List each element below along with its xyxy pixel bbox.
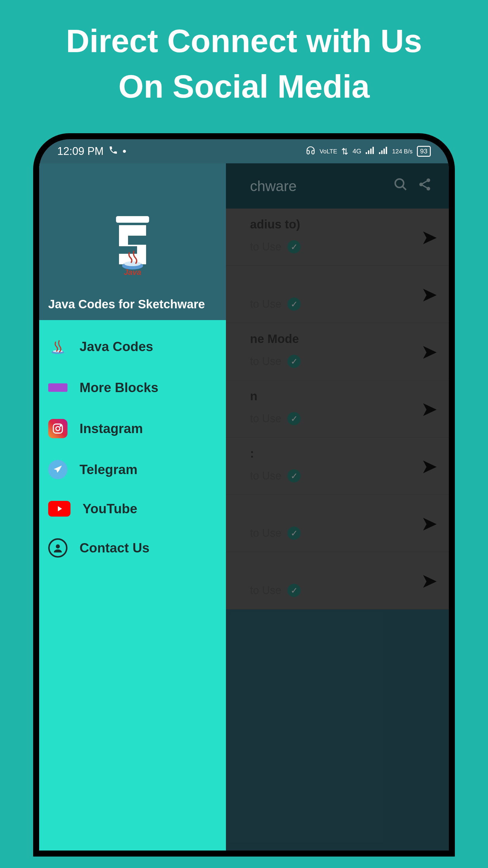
battery-indicator: 93 xyxy=(417,146,431,157)
svg-rect-15 xyxy=(116,216,149,223)
svg-rect-4 xyxy=(379,152,381,154)
svg-text:Java: Java xyxy=(124,268,141,277)
drawer-item-label: YouTube xyxy=(83,501,137,516)
phone-frame: 12:09 PM VoLTE ⇅ 4G 124 B/s xyxy=(33,133,455,857)
net-speed: 124 B/s xyxy=(392,148,413,154)
svg-point-23 xyxy=(60,426,61,427)
phone-screen: 12:09 PM VoLTE ⇅ 4G 124 B/s xyxy=(39,139,449,850)
svg-point-24 xyxy=(56,545,60,549)
promo-heading: Direct Connect with Us On Social Media xyxy=(0,0,488,109)
navigation-drawer: Java Java Codes for Sketchware Java Code… xyxy=(39,163,226,850)
promo-line-2: On Social Media xyxy=(12,64,476,109)
volte-label: VoLTE xyxy=(320,148,337,154)
signal-bars-icon xyxy=(366,146,375,157)
drawer-item-contact-us[interactable]: Contact Us xyxy=(39,527,226,568)
svg-point-17 xyxy=(124,261,141,266)
drawer-item-label: More Blocks xyxy=(79,380,158,395)
svg-rect-5 xyxy=(381,150,383,154)
youtube-icon xyxy=(48,501,70,517)
drawer-item-label: Java Codes xyxy=(79,339,153,354)
contact-icon xyxy=(48,538,67,558)
drawer-item-java-codes[interactable]: Java Codes xyxy=(39,326,226,367)
drawer-header: Java Java Codes for Sketchware xyxy=(39,163,226,320)
svg-rect-0 xyxy=(366,152,367,154)
status-dot xyxy=(123,150,126,153)
drawer-item-youtube[interactable]: YouTube xyxy=(39,490,226,527)
drawer-menu: Java Codes More Blocks Instagram xyxy=(39,320,226,575)
svg-point-20 xyxy=(53,350,63,352)
svg-rect-2 xyxy=(370,149,372,154)
status-bar: 12:09 PM VoLTE ⇅ 4G 124 B/s xyxy=(39,139,449,163)
svg-rect-3 xyxy=(372,147,374,154)
drawer-item-more-blocks[interactable]: More Blocks xyxy=(39,367,226,408)
phone-icon xyxy=(108,145,118,158)
signal-bars-icon-2 xyxy=(379,146,388,157)
promo-line-1: Direct Connect with Us xyxy=(12,18,476,64)
drawer-title: Java Codes for Sketchware xyxy=(48,298,217,311)
signal-4g: 4G xyxy=(352,147,361,155)
svg-point-22 xyxy=(56,427,60,431)
app-logo: Java xyxy=(48,213,217,279)
headphones-icon xyxy=(306,146,315,157)
drawer-item-label: Contact Us xyxy=(79,540,150,555)
instagram-icon xyxy=(48,419,67,438)
data-arrows-icon: ⇅ xyxy=(341,147,348,156)
drawer-item-label: Instagram xyxy=(79,421,143,436)
java-icon xyxy=(48,337,67,356)
svg-rect-6 xyxy=(384,149,385,154)
svg-rect-7 xyxy=(386,147,387,154)
drawer-item-label: Telegram xyxy=(79,462,137,477)
drawer-item-instagram[interactable]: Instagram xyxy=(39,408,226,449)
telegram-icon xyxy=(48,460,67,479)
blocks-icon xyxy=(48,378,67,397)
svg-rect-1 xyxy=(368,150,369,154)
status-time: 12:09 PM xyxy=(57,145,104,158)
drawer-item-telegram[interactable]: Telegram xyxy=(39,449,226,490)
